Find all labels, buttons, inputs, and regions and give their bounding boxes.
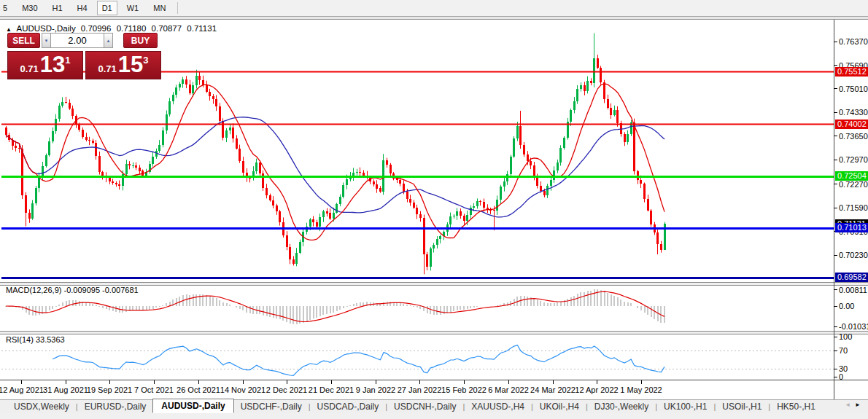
tab-uk100-h1[interactable]: UK100-,H1	[657, 400, 713, 413]
date-tick-mark	[287, 380, 287, 384]
ohlc-high: 0.71180	[117, 24, 147, 33]
status-strip	[0, 413, 868, 419]
date-tick-label: 24 Mar 2022	[530, 385, 576, 394]
price-level-badge: 0.69582	[835, 273, 868, 282]
date-tick-mark	[331, 380, 332, 384]
volume-decrease-button[interactable]: ▼	[42, 33, 51, 48]
price-level-badge: 0.75512	[835, 67, 868, 77]
volume-increase-button[interactable]: ▲	[104, 33, 113, 48]
price-tick-label: 0.71590	[839, 203, 868, 212]
price-tick-label: 0.72270	[839, 180, 868, 189]
axis-tick-mark	[834, 306, 837, 307]
axis-tick-mark	[834, 255, 837, 256]
price-tick-label: 0.76370	[839, 37, 868, 46]
axis-tick-mark	[834, 136, 837, 136]
date-tick-label: 6 Mar 2022	[488, 385, 529, 394]
axis-tick-mark	[834, 337, 837, 337]
date-tick-mark	[597, 380, 597, 384]
tab-usoil-h1[interactable]: USOil-,H1	[716, 400, 768, 413]
date-tick-label: 1 May 2022	[620, 385, 662, 394]
date-tick-mark	[376, 380, 376, 384]
date-tick-label: 12 Apr 2022	[575, 385, 618, 394]
rsi-panel-splitter[interactable]	[0, 331, 868, 334]
timeframe-button-d1[interactable]: D1	[97, 1, 117, 15]
timeframe-button-w1[interactable]: W1	[122, 1, 144, 15]
axis-tick-mark	[834, 377, 837, 377]
tab-audusd-daily[interactable]: AUDUSD-,Daily	[152, 399, 233, 413]
sell-price-prefix: 0.71	[20, 63, 38, 74]
date-tick-mark	[641, 380, 642, 384]
chart-window: ▲ AUDUSD-,Daily 0.70996 0.71180 0.70877 …	[0, 20, 868, 399]
price-tick-label: 0.72970	[839, 155, 868, 164]
price-level-badge: 0.71013	[835, 223, 868, 232]
tab-scroll-right-icon[interactable]: ►	[855, 402, 865, 408]
tab-ukoil-h4[interactable]: UKOil-,H4	[533, 400, 586, 413]
buy-price-tile[interactable]: 0.71 15 3	[85, 51, 161, 79]
price-tick-label: 0.70230	[839, 251, 868, 259]
buy-price-big: 15	[118, 52, 143, 78]
tab-scroll-arrows: ◄►	[845, 402, 865, 408]
date-tick-mark	[419, 380, 420, 384]
timeframe-button-mn[interactable]: MN	[148, 1, 171, 15]
buy-price-prefix: 0.71	[98, 63, 116, 74]
tab-scroll-left-icon[interactable]: ◄	[845, 402, 855, 408]
timeframe-button-m30[interactable]: M30	[17, 1, 42, 15]
tab-usdx-weekly[interactable]: USDX,Weekly	[7, 400, 76, 413]
axis-tick-mark	[834, 208, 837, 208]
tab-hk50-h1[interactable]: HK50-,H1	[770, 400, 822, 413]
date-tick-mark	[243, 380, 244, 384]
date-tick-label: 15 Feb 2022	[441, 385, 487, 394]
rsi-label: RSI(14) 33.5363	[6, 335, 65, 344]
tab-xauusd-h4[interactable]: XAUUSD-,H4	[465, 400, 531, 413]
sell-price-tile[interactable]: 0.71 13 1	[7, 51, 83, 79]
price-tick-label: 0.00	[839, 302, 854, 310]
price-tick-label: 0	[839, 372, 843, 381]
axis-tick-mark	[834, 326, 837, 327]
date-tick-mark	[66, 380, 66, 384]
date-tick-label: 31 Aug 2021	[43, 385, 88, 394]
date-tick-mark	[154, 380, 155, 384]
macd-label: MACD(12,26,9) -0.009095 -0.007681	[6, 286, 139, 294]
date-tick-label: 14 Nov 2021	[220, 385, 266, 394]
axis-tick-mark	[834, 369, 837, 369]
axis-tick-mark	[834, 42, 837, 42]
date-tick-label: 7 Oct 2021	[134, 385, 174, 394]
axis-tick-mark	[834, 88, 837, 89]
buy-button[interactable]: BUY	[123, 33, 158, 48]
axis-tick-mark	[834, 160, 837, 160]
price-level-badge: 0.72504	[835, 171, 868, 181]
symbol-label: AUDUSD-,Daily	[16, 24, 75, 33]
timeframe-toolbar: 5M30H1H4D1W1MN	[0, 0, 868, 16]
date-tick-label: 19 Sep 2021	[87, 385, 132, 394]
chart-title: ▲ AUDUSD-,Daily 0.70996 0.71180 0.70877 …	[6, 24, 220, 33]
axis-tick-mark	[834, 351, 837, 351]
date-tick-mark	[109, 380, 110, 384]
price-tick-label: -0.01031	[839, 322, 868, 331]
tab-eurusd-daily[interactable]: EURUSD-,Daily	[78, 400, 153, 413]
sell-price-sup: 1	[65, 55, 70, 66]
price-level-badge: 0.74002	[835, 120, 868, 129]
axis-tick-mark	[834, 65, 837, 66]
timeframe-button-h1[interactable]: H1	[47, 1, 68, 15]
buy-price-sup: 3	[143, 55, 148, 66]
timeframe-button-5[interactable]: 5	[0, 1, 12, 15]
date-tick-label: 9 Jan 2022	[356, 385, 395, 394]
tab-usdcad-daily[interactable]: USDCAD-,Daily	[311, 400, 386, 413]
price-tick-label: 0.73650	[839, 132, 868, 141]
date-tick-label: 21 Dec 2021	[309, 385, 354, 394]
date-tick-label: 12 Aug 2021	[0, 385, 44, 394]
sell-button[interactable]: SELL	[7, 33, 40, 48]
price-tick-label: 0.74330	[839, 108, 868, 117]
price-tick-label: 0.00811	[839, 286, 867, 294]
date-tick-mark	[508, 380, 509, 384]
tab-dj30-weekly[interactable]: DJ30-,Weekly	[588, 400, 655, 413]
collapse-arrow-icon[interactable]: ▲	[6, 26, 12, 33]
price-tick-label: 0.75010	[839, 85, 868, 93]
date-axis-border	[0, 380, 868, 380]
ohlc-close: 0.71131	[187, 24, 217, 33]
tab-usdcnh-daily[interactable]: USDCNH-,Daily	[387, 400, 462, 413]
tab-usdchf-daily[interactable]: USDCHF-,Daily	[234, 400, 309, 413]
timeframe-button-h4[interactable]: H4	[72, 1, 93, 15]
volume-input[interactable]: 2.00	[51, 33, 104, 48]
date-tick-label: 26 Oct 2021	[177, 385, 220, 394]
